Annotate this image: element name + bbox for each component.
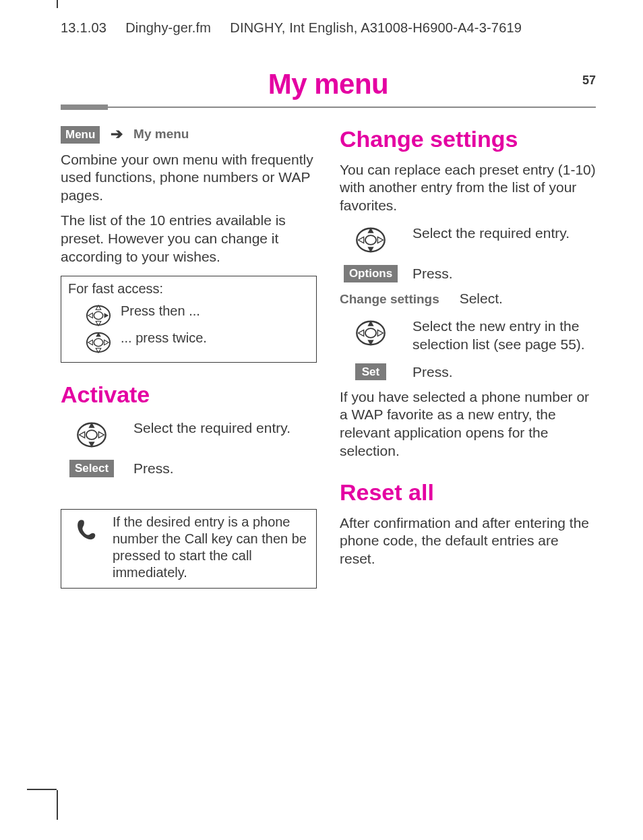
activate-step-2: Press. — [133, 460, 317, 478]
change-step-4: Select the new entry in the selection li… — [412, 318, 596, 354]
title-underline — [61, 104, 596, 110]
set-softkey[interactable]: Set — [355, 363, 386, 381]
phone-icon — [67, 514, 106, 581]
change-intro: You can replace each preset entry (1-10)… — [340, 161, 596, 216]
page-title: My menu — [61, 68, 596, 100]
header-file: Dinghy-ger.fm — [125, 20, 211, 36]
breadcrumb-target: My menu — [133, 127, 189, 141]
options-softkey[interactable]: Options — [344, 265, 398, 282]
activate-heading: Activate — [61, 380, 317, 410]
reset-all-heading: Reset all — [340, 478, 596, 508]
nav-updown-icon — [340, 318, 402, 349]
change-step-2: Press. — [412, 265, 596, 283]
nav-updown-icon — [68, 330, 111, 355]
change-settings-heading: Change settings — [340, 125, 596, 154]
change-step-5: Press. — [412, 363, 596, 382]
intro-para-2: The list of the 10 entries available is … — [61, 212, 317, 266]
running-header: 13.1.03 Dinghy-ger.fm DINGHY, Int Englis… — [61, 20, 596, 36]
fast-step-1: Press then ... — [121, 303, 309, 320]
select-softkey[interactable]: Select — [69, 460, 114, 477]
change-settings-label: Change settings — [340, 292, 439, 306]
change-settings-row: Change settings Select. — [340, 290, 596, 308]
change-step-3: Select. — [460, 291, 503, 306]
header-date: 13.1.03 — [61, 20, 106, 36]
nav-updown-icon — [61, 419, 123, 450]
activate-step-1: Select the required entry. — [133, 419, 317, 438]
breadcrumb: Menu ➔ My menu — [61, 125, 317, 144]
fast-step-2: ... press twice. — [121, 330, 309, 347]
page-number: 57 — [582, 73, 596, 88]
menu-softkey[interactable]: Menu — [61, 126, 100, 144]
call-note-text: If the desired entry is a phone number t… — [113, 514, 311, 581]
call-note-box: If the desired entry is a phone number t… — [61, 509, 317, 589]
arrow-right-icon: ➔ — [111, 125, 123, 144]
change-step-1: Select the required entry. — [412, 224, 596, 243]
nav-right-icon — [68, 303, 111, 328]
change-outro: If you have selected a phone number or a… — [340, 388, 596, 461]
reset-body: After confirmation and after entering th… — [340, 514, 596, 569]
intro-para-1: Combine your own menu with frequently us… — [61, 151, 317, 206]
fast-access-box: For fast access: Press then ... — [61, 276, 317, 363]
header-doc: DINGHY, Int English, A31008-H6900-A4-3-7… — [230, 20, 522, 36]
nav-updown-icon — [340, 224, 402, 256]
fast-access-title: For fast access: — [68, 280, 309, 298]
